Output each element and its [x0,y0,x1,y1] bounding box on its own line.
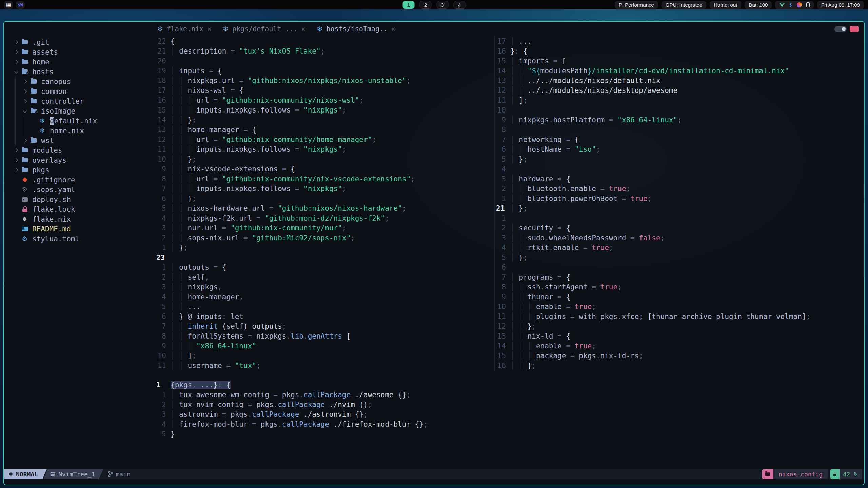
tree-item[interactable]: common [4,86,155,96]
editor-pane-flake[interactable]: 22{21│ description = "tux's NixOS Flake"… [155,36,494,371]
tree-item[interactable]: ❄flake.nix [4,214,155,224]
editor-content: .gitassetshome✓hostscanopuscommoncontrol… [4,36,864,469]
status-pill[interactable]: GPU: Integrated [662,1,706,9]
line-number: 4 [495,164,510,174]
tree-item[interactable]: README.md [4,224,155,234]
code-text: │ │ nix-vscode-extensions = { [171,164,295,174]
chevron-right-icon[interactable] [12,168,20,171]
tree-item[interactable]: ❄home.nix [4,126,155,136]
code-text: │ │ │ plugins = with pkgs.xfce; [thunar-… [510,312,810,322]
chevron-right-icon[interactable] [21,80,28,83]
code-text: │ tux-nvim-config = pkgs.callPackage ./n… [171,400,372,410]
launcher-button[interactable]: $W [16,1,25,9]
tree-item[interactable]: ❄default.nix [4,116,155,126]
tree-item[interactable]: assets [4,47,155,57]
tree-item[interactable]: overlays [4,155,155,165]
chevron-right-icon[interactable] [12,41,20,44]
code-line: 9│ │ thunar = { [495,292,864,302]
tree-item[interactable]: ✓isoImage [4,106,155,116]
code-text: │ │ nixpkgs, [171,282,222,292]
clock-label: Fri Aug 09, 17:09 [821,2,860,8]
chevron-right-icon[interactable] [12,149,20,152]
bluetooth-icon[interactable]: ᛒ [789,2,792,7]
indent-guide: │ [510,195,519,203]
status-pill[interactable]: P: Performance [615,1,658,9]
indent-guide: │ [510,253,519,262]
status-pill[interactable]: Home: out [710,1,741,9]
code-text: │ │ ... [171,302,201,312]
tree-item[interactable]: modules [4,145,155,155]
indent-guide: │ [519,322,527,330]
workspace-button-4[interactable]: 4 [454,1,466,9]
line-number: 16 [155,96,171,105]
wifi-icon[interactable] [779,2,785,7]
code-line: 1│ tux-awesome-wm-config = pkgs.callPack… [155,390,864,400]
workspace-button-2[interactable]: 2 [420,1,432,9]
indent-guide: │ [179,165,188,173]
clock[interactable]: Fri Aug 09, 17:09 [817,1,864,9]
indent-guide: │ [519,332,527,340]
code-text: │ │ home-manager = { [171,125,256,135]
window-controls [834,26,859,32]
chevron-right-icon[interactable] [21,139,28,142]
code-line: 3│ astronvim = pkgs.callPackage ./astron… [155,410,864,420]
phone-icon[interactable] [806,2,810,7]
tree-item[interactable]: home [4,57,155,67]
chevron-right-icon[interactable] [21,90,28,93]
tree-item[interactable]: .git [4,37,155,47]
editor-pane-isoimage[interactable]: 17│ ...16}: {15│ imports = [14│ │ "${mod… [495,36,864,371]
scroll-icon-segment: ≡ [830,469,840,479]
indent-guide: │ [179,322,188,330]
code-text: │ │ ../../modules/nixos/default.nix [510,76,660,86]
indent-guide: │ [510,86,519,95]
scroll-percent: 42 % [840,469,862,479]
code-line: 14│ │ }; [155,115,494,125]
status-pill[interactable]: Bat: 100 [745,1,772,9]
code-text: │ │ │ enable = true; [510,341,596,351]
tab-flake.nix[interactable]: ❄flake.nix× [157,25,211,33]
chevron-down-icon[interactable] [12,70,20,73]
tree-item-label: modules [32,146,62,155]
tree-item[interactable]: deploy.sh [4,195,155,204]
indent-guide: │ [179,136,188,144]
tab-hosts/isoImag..[interactable]: ❄hosts/isoImag..× [317,25,395,33]
line-number: 8 [495,282,510,292]
tab-close-icon[interactable]: × [391,25,395,33]
tree-item[interactable]: ⚙.sops.yaml [4,185,155,195]
chevron-right-icon[interactable] [12,159,20,162]
close-button[interactable] [850,26,859,32]
chevron-right-icon[interactable] [12,60,20,63]
code-line: 9│ │ │ "x86_64-linux" [155,341,494,351]
editor-pane-pkgs[interactable]: 1{pkgs, ...}: {1│ tux-awesome-wm-config … [155,371,864,469]
fire-icon[interactable] [797,2,802,7]
apps-grid-button[interactable]: ▦ [4,1,13,9]
tab-pkgs/default ...[interactable]: ❄pkgs/default ...× [223,25,305,33]
tree-item[interactable]: wsl [4,136,155,145]
code-line: 21│ }; [495,204,864,214]
indent-guide: │ [171,155,179,163]
workspace-button-1[interactable]: 1 [403,1,415,9]
tree-item[interactable]: .gitignore [4,175,155,185]
tab-close-icon[interactable]: × [207,25,211,33]
workspace-button-3[interactable]: 3 [437,1,449,9]
toggle-switch[interactable] [834,26,847,32]
indent-guide: │ [171,420,179,428]
command-line[interactable] [4,479,864,485]
code-line: 17│ ... [495,37,864,46]
code-line: 8│ │ ssh.startAgent = true; [495,282,864,292]
tree-item[interactable]: ⚙stylua.toml [4,234,155,244]
chevron-right-icon[interactable] [12,50,20,54]
tree-item[interactable]: pkgs [4,165,155,175]
chevron-down-icon[interactable] [21,109,28,113]
tree-item[interactable]: flake.lock [4,204,155,214]
tree-item[interactable]: controller [4,96,155,106]
line-number: 21 [495,204,510,214]
tree-item[interactable]: canopus [4,77,155,86]
code-text: │ │ thunar = { [510,292,570,302]
tab-close-icon[interactable]: × [301,25,305,33]
tree-item[interactable]: ✓hosts [4,67,155,77]
line-number: 16 [495,361,510,371]
indent-guide: │ [510,57,519,65]
chevron-right-icon[interactable] [21,100,28,103]
code-line: 7│ networking = { [495,135,864,145]
